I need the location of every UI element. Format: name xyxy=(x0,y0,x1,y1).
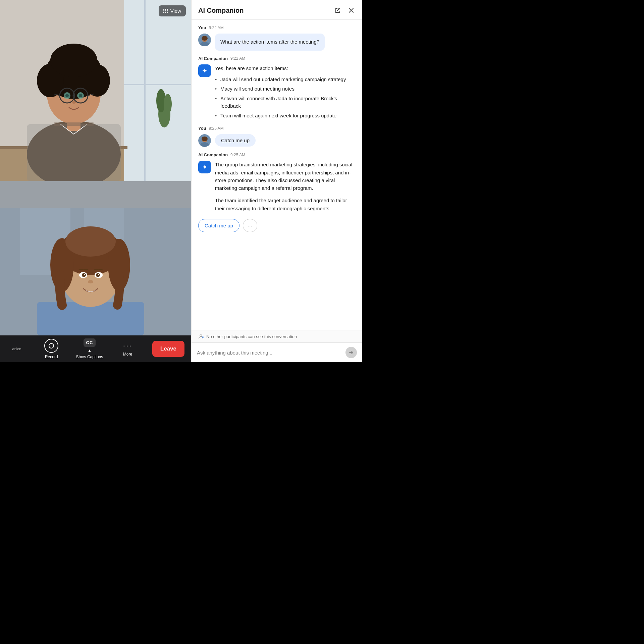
sparkle-icon-2: ✦ xyxy=(202,163,208,171)
message-group-1: You 9:22 AM What are the action items af… xyxy=(198,25,356,51)
bullet-2: Macy will send out meeting notes xyxy=(215,84,356,94)
privacy-icon xyxy=(198,334,204,339)
record-icon xyxy=(44,339,58,353)
header-actions xyxy=(333,6,356,15)
message-group-2: AI Companion 9:22 AM ✦ Yes, here are som… xyxy=(198,56,356,121)
ai-message-2-wrapper: ✦ The group brainstormed marketing strat… xyxy=(198,161,356,212)
captions-chevron-icon: ▲ xyxy=(88,348,92,353)
more-button[interactable]: ··· More xyxy=(118,341,138,357)
time-2: 9:22 AM xyxy=(230,56,245,61)
svg-point-26 xyxy=(79,94,82,97)
catch-me-up-suggestion[interactable]: Catch me up xyxy=(198,219,239,232)
user-avatar-1 xyxy=(198,34,211,46)
ai-companion-title: AI Companion xyxy=(198,7,244,14)
leave-button[interactable]: Leave xyxy=(152,341,184,357)
message-meta-2: AI Companion 9:22 AM xyxy=(198,56,356,61)
privacy-notice: No other participants can see this conve… xyxy=(192,330,362,342)
send-button[interactable] xyxy=(345,347,357,358)
sender-ai-2: AI Companion xyxy=(198,152,228,157)
bullet-1: Jada will send out updated marketing cam… xyxy=(215,75,356,85)
bullet-3: Antwan will connect with Jada to incorpo… xyxy=(215,94,356,111)
more-suggestions-button[interactable]: ··· xyxy=(243,219,257,232)
partial-label-item: anion xyxy=(7,347,27,351)
captions-label: Show Captions xyxy=(76,355,103,359)
record-inner-icon xyxy=(49,343,54,348)
user-avatar-2 xyxy=(198,134,211,147)
ai-companion-header: AI Companion xyxy=(192,0,362,20)
ai-bullet-list-1: Jada will send out updated marketing cam… xyxy=(215,75,356,121)
svg-rect-11 xyxy=(27,124,121,181)
user-message-1: What are the action items after the meet… xyxy=(215,34,325,51)
grid-icon xyxy=(163,9,168,13)
suggestion-area: Catch me up ··· xyxy=(198,219,356,233)
svg-point-55 xyxy=(202,137,208,141)
send-icon xyxy=(349,350,354,355)
svg-point-47 xyxy=(88,280,93,283)
captions-button[interactable]: CC ▲ Show Captions xyxy=(76,338,103,359)
view-label: View xyxy=(170,8,181,14)
message-group-3: You 9:25 AM Catch me up xyxy=(198,126,356,147)
video-feed-top: View xyxy=(0,0,191,181)
ai-companion-panel: AI Companion You 9:22 AM xyxy=(191,0,362,362)
svg-point-46 xyxy=(98,274,99,275)
sender-you-2: You xyxy=(198,126,206,131)
popout-button[interactable] xyxy=(333,6,342,15)
svg-rect-2 xyxy=(144,0,146,181)
svg-rect-1 xyxy=(117,0,191,181)
catch-me-up-chip: Catch me up xyxy=(215,134,256,147)
chat-area: You 9:22 AM What are the action items af… xyxy=(192,20,362,330)
svg-point-17 xyxy=(50,44,97,77)
sender-you-1: You xyxy=(198,25,206,30)
ai-avatar-1: ✦ xyxy=(198,64,211,77)
ai-message-1-wrapper: ✦ Yes, here are some action items: Jada … xyxy=(198,64,356,121)
bullet-4: Team will meet again next week for progr… xyxy=(215,111,356,121)
message-meta-4: AI Companion 9:25 AM xyxy=(198,152,356,157)
message-meta-3: You 9:25 AM xyxy=(198,126,356,131)
video-feed-bottom xyxy=(0,181,191,362)
svg-point-42 xyxy=(82,273,86,277)
svg-rect-28 xyxy=(54,122,94,126)
view-button[interactable]: View xyxy=(159,5,186,16)
svg-point-51 xyxy=(202,36,208,41)
message-meta-1: You 9:22 AM xyxy=(198,25,356,30)
svg-point-9 xyxy=(164,94,172,114)
close-button[interactable] xyxy=(347,6,356,15)
input-area xyxy=(192,342,362,362)
ai-message-1: Yes, here are some action items: Jada wi… xyxy=(215,64,356,121)
svg-point-27 xyxy=(72,101,76,104)
time-1: 9:22 AM xyxy=(209,25,224,30)
svg-point-40 xyxy=(65,226,116,257)
svg-point-56 xyxy=(200,335,202,337)
svg-rect-3 xyxy=(117,84,191,85)
record-button[interactable]: Record xyxy=(41,339,61,359)
time-4: 9:25 AM xyxy=(230,153,245,157)
video-panel: View xyxy=(0,0,191,362)
ai-avatar-2: ✦ xyxy=(198,161,211,173)
captions-icon: CC xyxy=(84,338,96,347)
more-icon: ··· xyxy=(123,341,132,350)
ai-paragraph-2: The team identified the target audience … xyxy=(215,197,356,212)
svg-point-43 xyxy=(84,274,85,275)
svg-point-45 xyxy=(96,273,100,277)
time-3: 9:25 AM xyxy=(209,126,224,131)
ai-intro-1: Yes, here are some action items: xyxy=(215,64,356,72)
bottom-toolbar: anion Record CC ▲ Show Captions ··· More… xyxy=(0,335,191,362)
message-group-4: AI Companion 9:25 AM ✦ The group brainst… xyxy=(198,152,356,212)
sparkle-icon-1: ✦ xyxy=(202,67,208,75)
ai-paragraph-1: The group brainstormed marketing strateg… xyxy=(215,161,356,192)
ai-message-2: The group brainstormed marketing strateg… xyxy=(215,161,356,212)
sender-ai-1: AI Companion xyxy=(198,56,228,61)
privacy-text: No other participants can see this conve… xyxy=(206,334,297,339)
more-label: More xyxy=(123,352,132,357)
chat-input[interactable] xyxy=(197,350,342,356)
record-label: Record xyxy=(45,355,58,359)
svg-point-25 xyxy=(65,94,69,97)
